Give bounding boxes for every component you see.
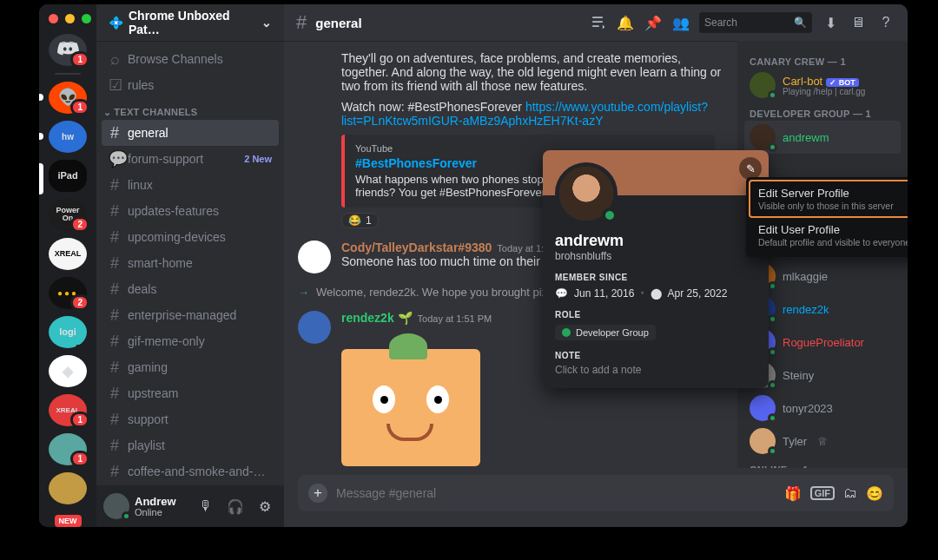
member-carl[interactable]: Carl-bot✓ BOT Playing /help | carl.gg [744, 69, 901, 102]
help-icon[interactable]: ? [876, 13, 895, 32]
gift-icon[interactable]: 🎁 [784, 485, 802, 502]
member-category: DEVELOPER GROUP — 1 [744, 102, 901, 121]
pin-icon[interactable]: 📌 [644, 13, 663, 32]
gear-icon[interactable]: ⚙ [253, 494, 277, 518]
channel-deals[interactable]: #deals [102, 276, 279, 302]
channel-support[interactable]: #support [102, 406, 279, 432]
boost-icon: 💠 [109, 16, 123, 30]
browse-channels[interactable]: ⌕Browse Channels [102, 46, 279, 72]
server-poweron[interactable]: Power On2 [49, 199, 87, 231]
members-icon[interactable]: 👥 [671, 13, 690, 32]
server-name: Chrome Unboxed Pat… [129, 9, 256, 36]
message-link: Watch now: #BestPhonesForever https://ww… [298, 100, 723, 128]
self-avatar[interactable] [103, 493, 129, 519]
threads-icon[interactable] [588, 13, 607, 32]
rules-channel[interactable]: ☑rules [102, 72, 279, 98]
forum-icon: 💬 [109, 149, 121, 168]
channel-forum-support[interactable]: 💬forum-support2 New [102, 146, 279, 172]
role-chip[interactable]: Developer Group [555, 325, 656, 340]
channel-upcoming[interactable]: #upcoming-devices [102, 224, 279, 250]
mic-icon[interactable]: 🎙 [194, 494, 218, 518]
channel-enterprise[interactable]: #enterprise-managed [102, 302, 279, 328]
server-ipad[interactable]: iPad [49, 160, 87, 192]
category-text[interactable]: ⌄TEXT CHANNELS [102, 98, 279, 120]
server-google[interactable]: ◆ [49, 355, 87, 387]
member-item[interactable]: Tyler♕ [744, 425, 901, 458]
server-icon: ⬤ [651, 287, 662, 300]
member-item[interactable]: tonyr2023 [744, 392, 901, 425]
badge: 1 [70, 51, 89, 68]
gif-image[interactable] [341, 349, 480, 466]
search-input[interactable]: Search🔍 [699, 12, 812, 33]
server-header[interactable]: 💠 Chrome Unboxed Pat… ⌄ [96, 4, 284, 41]
check-icon: ☑ [109, 76, 121, 95]
channel-linux[interactable]: #linux [102, 172, 279, 198]
channel-header: # general 🔔 📌 👥 Search🔍 ⬇ 🖥 ? [284, 4, 908, 41]
hash-icon: # [109, 124, 121, 142]
search-icon: 🔍 [794, 16, 807, 29]
server-teal[interactable]: 1 [49, 433, 87, 465]
inbox-icon[interactable]: ⬇ [821, 13, 840, 32]
sticker-icon[interactable]: 🗂 [843, 485, 857, 501]
chevron-down-icon: ⌄ [261, 16, 272, 30]
server-hw[interactable]: hw [49, 121, 87, 153]
gif-button[interactable]: GIF [810, 486, 835, 500]
server-xreal[interactable]: XREAL [49, 238, 87, 270]
reaction[interactable]: 😂1 [341, 213, 379, 228]
server-reddit[interactable]: 👽1 [49, 82, 87, 114]
updates-icon[interactable]: 🖥 [849, 13, 868, 32]
server-dots[interactable]: ●●●2 [49, 277, 87, 309]
profile-name: andrewm [555, 232, 756, 250]
headset-icon[interactable]: 🎧 [223, 494, 248, 518]
member-since-label: MEMBER SINCE [555, 273, 756, 282]
role-label: ROLE [555, 310, 756, 320]
author[interactable]: rendez2k [341, 311, 394, 325]
message-input[interactable] [336, 486, 776, 500]
attach-button[interactable]: + [308, 484, 327, 503]
status-dot [602, 208, 618, 223]
channel-upstream[interactable]: #upstream [102, 380, 279, 406]
edit-server-profile[interactable]: Edit Server Profile Visible only to thos… [750, 181, 908, 217]
message-composer: + 🎁 GIF 🗂 😊 [298, 475, 894, 511]
channel-gaming[interactable]: #gaming [102, 354, 279, 380]
zoom-icon[interactable] [82, 14, 91, 23]
new-badge: NEW [55, 515, 82, 527]
member-category: CANARY CREW — 1 [744, 49, 901, 69]
channel-updates[interactable]: #updates-features [102, 198, 279, 224]
edit-user-profile[interactable]: Edit User Profile Default profile and vi… [750, 217, 908, 254]
server-logi[interactable]: logi [49, 316, 87, 348]
bot-badge: ✓ BOT [826, 78, 859, 87]
minimize-icon[interactable] [65, 14, 75, 23]
avatar[interactable] [298, 240, 331, 273]
server-xreal2[interactable]: XREAL1 [49, 394, 87, 426]
member-andrewm[interactable]: andrewm [744, 121, 901, 154]
emoji-icon: 😂 [348, 214, 361, 227]
avatar[interactable] [298, 311, 331, 344]
note-field[interactable]: Click to add a note [555, 364, 756, 376]
home-button[interactable]: 1 [49, 34, 87, 66]
channel-title: general [315, 16, 361, 30]
channel-sidebar: 💠 Chrome Unboxed Pat… ⌄ ⌕Browse Channels… [96, 4, 284, 527]
channel-gif[interactable]: #gif-meme-only [102, 328, 279, 354]
self-status: Online [135, 507, 188, 517]
server-rail: 1 👽1 hw iPad Power On2 XREAL ●●●2 logi ◆… [39, 4, 96, 527]
emoji-icon[interactable]: 😊 [866, 485, 883, 502]
author[interactable]: Cody/TalleyDarkstar#9380 [341, 240, 492, 254]
server-gold[interactable] [49, 472, 87, 504]
message-body: They'll go on adventures, face problems,… [298, 51, 723, 93]
channel-smarthome[interactable]: #smart-home [102, 250, 279, 276]
close-icon[interactable] [49, 14, 58, 23]
arrow-icon: → [298, 286, 309, 299]
timestamp: Today at 1:51 PM [418, 313, 492, 324]
discord-icon: 💬 [555, 287, 568, 300]
channel-coffee[interactable]: #coffee-and-smoke-and-… [102, 458, 279, 484]
note-label: NOTE [555, 351, 756, 360]
compass-icon: ⌕ [109, 50, 121, 69]
profile-card: ✎ andrewm brohsnbluffs MEMBER SINCE 💬Jun… [543, 150, 769, 388]
profile-context-menu: Edit Server Profile Visible only to thos… [746, 177, 908, 257]
bell-icon[interactable]: 🔔 [616, 13, 635, 32]
user-panel: Andrew Online 🎙 🎧 ⚙ [96, 485, 284, 527]
channel-general[interactable]: #general [102, 120, 279, 146]
crown-icon: ♕ [817, 435, 828, 448]
channel-playlist[interactable]: #playlist [102, 432, 279, 458]
